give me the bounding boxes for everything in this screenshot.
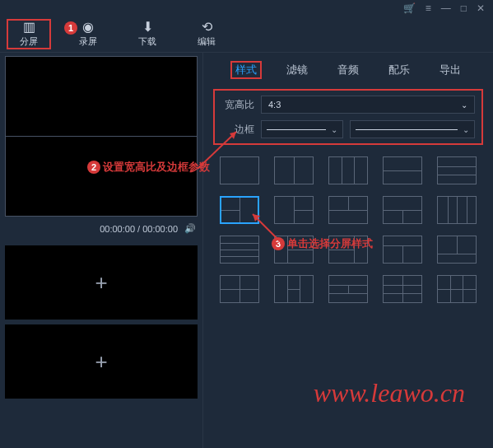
toolbar: ▥ 分屏 ◉ 录屏 ⬇ 下载 ⟲ 编辑 1 <box>0 16 493 53</box>
download-icon: ⬇ <box>142 21 153 34</box>
layout-20[interactable] <box>437 275 477 303</box>
tool-label: 分屏 <box>20 35 38 48</box>
layout-9[interactable] <box>383 196 422 224</box>
layout-14[interactable] <box>383 236 422 264</box>
tabs: 样式 滤镜 音频 配乐 导出 <box>212 58 485 86</box>
preview-slot[interactable] <box>6 137 197 216</box>
annotation-badge-1: 1 <box>64 21 77 35</box>
ratio-row: 宽高比 4:3 ⌄ <box>221 96 475 114</box>
layout-2[interactable] <box>274 156 314 184</box>
close-button[interactable]: ✕ <box>477 2 485 14</box>
edit-icon: ⟲ <box>202 21 212 34</box>
tab-style[interactable]: 样式 <box>230 61 262 79</box>
ratio-value: 4:3 <box>268 100 281 110</box>
tab-export[interactable]: 导出 <box>435 61 466 79</box>
line-preview <box>267 129 326 130</box>
annotation-text: 设置宽高比及边框参数 <box>103 160 210 175</box>
border-label: 边框 <box>221 123 254 137</box>
titlebar: 🛒 ≡ — □ ✕ <box>0 0 493 16</box>
annotation-badge-2: 2 <box>87 161 100 174</box>
tool-split[interactable]: ▥ 分屏 <box>7 19 51 49</box>
list-icon[interactable]: ≡ <box>426 2 431 14</box>
ratio-select[interactable]: 4:3 ⌄ <box>261 96 475 114</box>
preview-slot[interactable] <box>6 57 197 137</box>
border-width-select[interactable]: ⌄ <box>261 120 343 138</box>
layout-4[interactable] <box>383 156 422 184</box>
time-display: 00:00:00 / 00:00:00 <box>100 224 178 234</box>
layout-3[interactable] <box>328 156 368 184</box>
main: 00:00:00 / 00:00:00 🔊 + + 样式 滤镜 音频 配乐 导出… <box>0 53 493 448</box>
tool-label: 编辑 <box>198 35 216 48</box>
add-slot[interactable]: + <box>5 324 198 399</box>
annotation-badge-3: 3 <box>272 237 285 250</box>
options-box: 宽高比 4:3 ⌄ 边框 ⌄ ⌄ <box>213 89 483 145</box>
tool-label: 下载 <box>138 35 156 48</box>
ratio-label: 宽高比 <box>221 98 254 112</box>
layout-7[interactable] <box>274 196 314 224</box>
tool-label: 录屏 <box>79 35 97 48</box>
watermark: www.leawo.cn <box>314 378 465 408</box>
minimize-button[interactable]: — <box>441 2 451 14</box>
chevron-down-icon: ⌄ <box>331 125 337 134</box>
layout-16[interactable] <box>220 275 259 303</box>
annotation-2: 2 设置宽高比及边框参数 <box>87 160 210 175</box>
layout-grid <box>212 152 485 308</box>
split-icon: ▥ <box>23 21 35 34</box>
layout-6[interactable] <box>220 196 259 224</box>
record-icon: ◉ <box>82 21 94 34</box>
border-row: 边框 ⌄ ⌄ <box>221 120 475 138</box>
layout-19[interactable] <box>383 275 422 303</box>
tab-audio[interactable]: 音频 <box>333 61 364 79</box>
cart-icon[interactable]: 🛒 <box>403 2 416 14</box>
layout-1[interactable] <box>220 156 259 184</box>
chevron-down-icon: ⌄ <box>461 100 467 110</box>
layout-10[interactable] <box>437 196 477 224</box>
layout-8[interactable] <box>328 196 368 224</box>
line-preview <box>356 129 458 130</box>
preview-area[interactable] <box>5 56 198 217</box>
chevron-down-icon: ⌄ <box>463 125 469 134</box>
layout-5[interactable] <box>437 156 477 184</box>
annotation-text: 单击选择分屏样式 <box>287 236 373 251</box>
border-style-select[interactable]: ⌄ <box>350 120 475 138</box>
tool-edit[interactable]: ⟲ 编辑 <box>184 19 229 49</box>
add-zone: + + <box>5 245 198 399</box>
layout-18[interactable] <box>328 275 368 303</box>
annotation-3: 3 单击选择分屏样式 <box>272 236 373 251</box>
add-slot[interactable]: + <box>5 245 198 320</box>
left-panel: 00:00:00 / 00:00:00 🔊 + + <box>0 53 203 448</box>
volume-icon[interactable]: 🔊 <box>184 223 196 234</box>
tab-music[interactable]: 配乐 <box>384 61 415 79</box>
tool-download[interactable]: ⬇ 下载 <box>125 19 170 49</box>
layout-17[interactable] <box>274 275 314 303</box>
layout-11[interactable] <box>220 236 259 264</box>
layout-15[interactable] <box>437 236 477 264</box>
timebar: 00:00:00 / 00:00:00 🔊 <box>5 220 198 242</box>
maximize-button[interactable]: □ <box>461 2 467 14</box>
tab-filter[interactable]: 滤镜 <box>281 61 313 79</box>
